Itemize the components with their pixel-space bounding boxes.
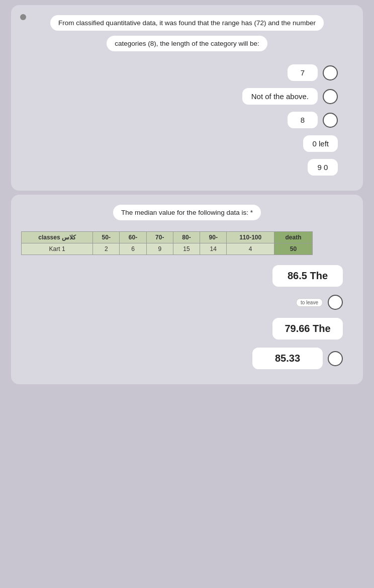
- col-header-60: 60-: [120, 232, 146, 243]
- option-row-2[interactable]: Not of the above.: [242, 88, 338, 105]
- card2: The median value for the following data …: [11, 195, 363, 384]
- frequency-table: classes كلاس 50- 60- 70- 80- 90- 110-100…: [21, 231, 313, 255]
- row-label: Kart 1: [22, 243, 93, 255]
- col-header-70: 70-: [146, 232, 173, 243]
- answer-row-2[interactable]: to leave: [296, 295, 343, 310]
- cell-90: 14: [200, 243, 227, 255]
- answer-label-4: 85.33: [252, 348, 323, 369]
- question-line2: categories (8), the length of the catego…: [107, 36, 267, 51]
- cell-110: 4: [227, 243, 274, 255]
- col-header-110: 110-100: [227, 232, 274, 243]
- radio-circle-toleave[interactable]: [328, 295, 343, 310]
- toleave-badge: to leave: [296, 298, 323, 307]
- option-label-2: Not of the above.: [242, 88, 318, 105]
- cell-80: 15: [173, 243, 200, 255]
- col-header-80: 80-: [173, 232, 200, 243]
- card1: From classified quantitative data, it wa…: [11, 5, 363, 191]
- radio-circle-8533[interactable]: [328, 351, 343, 366]
- answer-row-4[interactable]: 85.33: [252, 348, 343, 369]
- answer-label-3: 79.66 The: [272, 318, 343, 340]
- cell-60: 6: [120, 243, 146, 255]
- radio-circle-1[interactable]: [323, 65, 338, 80]
- second-options-area: 86.5 The to leave 79.66 The 85.33: [21, 265, 353, 369]
- col-header-50: 50-: [93, 232, 120, 243]
- answer-row-3[interactable]: 79.66 The: [272, 318, 343, 340]
- options-area: 7 Not of the above. 8 0 left 9 0: [21, 64, 353, 176]
- cell-70: 9: [146, 243, 173, 255]
- col-header-classes: classes كلاس: [22, 232, 93, 243]
- option-label-3: 8: [288, 112, 318, 128]
- col-header-90: 90-: [200, 232, 227, 243]
- data-table-container: classes كلاس 50- 60- 70- 80- 90- 110-100…: [21, 231, 353, 255]
- answer-row-1[interactable]: 86.5 The: [272, 265, 343, 287]
- option-row-3[interactable]: 8: [288, 112, 338, 128]
- option-label-1: 7: [288, 64, 318, 81]
- option-row-1[interactable]: 7: [288, 64, 338, 81]
- cell-50: 2: [93, 243, 120, 255]
- option-label-5: 9 0: [308, 159, 338, 176]
- radio-circle-2[interactable]: [323, 89, 338, 104]
- card2-question: The median value for the following data …: [113, 205, 261, 220]
- option-label-4: 0 left: [303, 135, 338, 152]
- info-dot: [20, 14, 26, 20]
- option-row-5[interactable]: 9 0: [308, 159, 338, 176]
- col-header-death: death: [274, 232, 312, 243]
- cell-death: 50: [274, 243, 312, 255]
- radio-circle-3[interactable]: [323, 113, 338, 128]
- option-row-4[interactable]: 0 left: [303, 135, 338, 152]
- answer-label-1: 86.5 The: [272, 265, 343, 287]
- question-line1: From classified quantitative data, it wa…: [50, 15, 324, 31]
